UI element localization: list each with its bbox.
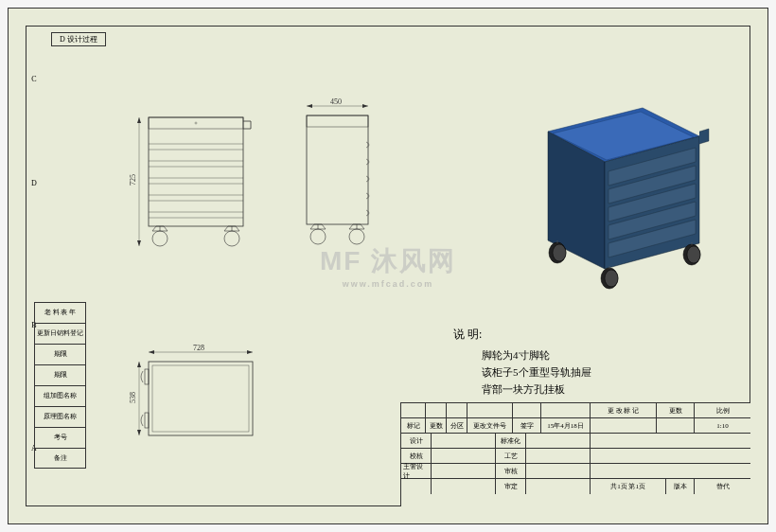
- svg-rect-33: [152, 365, 249, 432]
- note-line: 该柜子5个重型导轨抽屉: [482, 364, 591, 381]
- note-line: 背部一块方孔挂板: [482, 381, 591, 398]
- sidebar-row: 期限: [34, 344, 86, 364]
- svg-point-28: [349, 229, 364, 244]
- isometric-view: [510, 84, 709, 304]
- svg-text:725: 725: [129, 174, 137, 186]
- notes-block: 说 明: 脚轮为4寸脚轮 该柜子5个重型导轨抽屉 背部一块方孔挂板: [453, 326, 591, 398]
- svg-point-18: [224, 231, 239, 246]
- svg-point-48: [553, 244, 566, 261]
- svg-text:450: 450: [330, 98, 342, 106]
- sidebar-row: 老 料 表 年: [34, 302, 86, 323]
- svg-point-16: [152, 231, 168, 246]
- sidebar-row: 考号: [34, 427, 86, 448]
- title-block: 更 改 标 记 更数 比例 标记 更数 分区 更改文件号 签字 15年4月18日…: [400, 402, 750, 506]
- revision-sidebar: 老 料 表 年 更新日销料登记 期限 期限 组加图名称 原理图名称 考号 备注: [34, 302, 86, 469]
- sidebar-row: 期限: [34, 364, 86, 385]
- svg-rect-25: [307, 115, 368, 127]
- svg-text:728: 728: [193, 344, 204, 352]
- note-line: 脚轮为4寸脚轮: [482, 346, 591, 364]
- svg-text:538: 538: [129, 392, 137, 403]
- svg-rect-34: [145, 369, 149, 384]
- svg-rect-24: [307, 115, 368, 224]
- svg-point-50: [605, 270, 618, 287]
- sidebar-row: 更新日销料登记: [34, 323, 86, 344]
- svg-rect-32: [149, 362, 253, 435]
- notes-title: 说 明:: [453, 326, 591, 343]
- svg-rect-35: [145, 413, 149, 428]
- zone-d: D: [30, 179, 38, 187]
- front-view: 725: [132, 108, 255, 261]
- side-view: 450: [292, 98, 387, 261]
- sidebar-row: 组加图名称: [34, 385, 86, 406]
- svg-rect-1: [149, 117, 243, 129]
- top-view: 728 538: [132, 345, 273, 460]
- zone-c: C: [30, 75, 38, 83]
- svg-point-26: [310, 229, 326, 244]
- project-label: D 设计过程: [51, 32, 106, 46]
- svg-rect-0: [149, 117, 243, 226]
- sidebar-row: 备注: [34, 448, 86, 469]
- sidebar-row: 原理图名称: [34, 406, 86, 427]
- svg-point-2: [195, 122, 197, 124]
- svg-point-52: [687, 246, 700, 263]
